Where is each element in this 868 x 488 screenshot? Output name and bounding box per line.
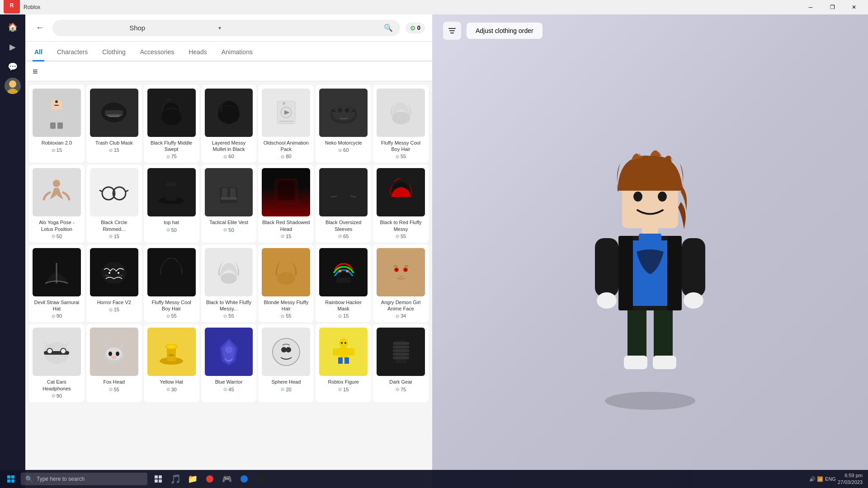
item-card-blackfluffy[interactable]: Black Fluffy Middle Swept ⊙ 75 xyxy=(144,85,199,163)
restore-button[interactable]: ❐ xyxy=(822,0,843,14)
sidebar-item-play[interactable]: ▶ xyxy=(4,38,22,56)
svg-point-48 xyxy=(221,273,237,284)
item-thumb xyxy=(147,168,196,216)
tab-heads[interactable]: Heads xyxy=(187,44,208,61)
start-button[interactable] xyxy=(2,471,20,487)
taskbar-search-text: Type here to search xyxy=(37,476,85,482)
taskbar-search-box[interactable]: 🔍 Type here to search xyxy=(21,473,147,485)
svg-rect-102 xyxy=(595,238,618,297)
price-icon: ⊙ xyxy=(52,314,55,319)
item-card-dark[interactable]: Dark Gear ⊙ 75 xyxy=(373,324,429,402)
item-card-sphere[interactable]: Sphere Head ⊙ 20 xyxy=(258,324,314,402)
item-name: Black Fluffy Middle Swept xyxy=(147,140,196,153)
svg-point-78 xyxy=(286,347,291,352)
minimize-button[interactable]: ─ xyxy=(800,0,821,14)
taskbar-app-taskview[interactable] xyxy=(150,471,166,487)
tab-animations[interactable]: Animations xyxy=(220,44,255,61)
tab-clothing[interactable]: Clothing xyxy=(100,44,127,61)
avatar-filter-button[interactable] xyxy=(443,22,461,40)
taskbar-app-explorer[interactable]: 📁 xyxy=(184,471,201,487)
svg-point-71 xyxy=(167,345,176,348)
titlebar-title: Roblox xyxy=(24,4,40,10)
item-card-vest[interactable]: Tactical Elite Vest ⊙ 50 xyxy=(201,164,257,242)
svg-rect-101 xyxy=(667,236,682,310)
svg-point-65 xyxy=(108,352,112,356)
price-icon: ⊙ xyxy=(223,314,227,319)
svg-rect-116 xyxy=(159,475,162,479)
item-name: Black Red Shadowed Head xyxy=(262,219,310,232)
filter-icon[interactable]: ≡ xyxy=(33,67,38,76)
item-card-rainbow[interactable]: Rainbow Hacker Mask ⊙ 15 xyxy=(316,244,371,322)
item-card-yellow[interactable]: Yellow Hat ⊙ 30 xyxy=(144,324,199,402)
svg-rect-115 xyxy=(155,475,158,479)
back-button[interactable]: ← xyxy=(33,21,47,35)
sidebar-item-home[interactable]: 🏠 xyxy=(4,18,22,36)
taskbar-app-spotify[interactable]: 🎵 xyxy=(167,471,184,487)
svg-rect-81 xyxy=(333,348,339,356)
item-card-tophat[interactable]: top hat ⊙ 50 xyxy=(144,164,199,242)
item-card-devil[interactable]: Devil Straw Samurai Hat ⊙ 90 xyxy=(29,244,85,322)
item-price: ⊙ 20 xyxy=(281,387,291,392)
item-card-neko[interactable]: Neko Motorcycle ⊙ 60 xyxy=(316,85,371,163)
app-logo: R xyxy=(4,0,20,14)
svg-point-15 xyxy=(161,109,181,125)
item-card-fluffy-white[interactable]: Fluffy Messy Cool Boy Hair ⊙ 55 xyxy=(373,85,429,163)
tab-characters[interactable]: Characters xyxy=(55,44,90,61)
item-card-blackred-fluffy[interactable]: Black to Red Fluffy Messy ⊙ 55 xyxy=(373,164,429,242)
item-card-fox[interactable]: Fox Head ⊙ 55 xyxy=(86,324,142,402)
item-price: ⊙ 15 xyxy=(109,307,119,312)
content-area: ← Shop ▾ 🔍 ⊙ 0 All Characters Clothing A… xyxy=(25,14,868,488)
item-thumb xyxy=(147,328,196,376)
robux-count: 0 xyxy=(417,24,420,31)
avatar[interactable] xyxy=(5,78,21,94)
item-card-robloxian[interactable]: Robloxian 2.0 ⊙ 15 xyxy=(29,85,85,163)
tab-accessories[interactable]: Accessories xyxy=(138,44,176,61)
close-button[interactable]: ✕ xyxy=(844,0,864,14)
item-card-layered[interactable]: Layered Messy Mullet in Black ⊙ 60 xyxy=(201,85,257,163)
item-thumb xyxy=(205,248,253,296)
item-price: ⊙ 90 xyxy=(52,393,62,399)
item-card-figure[interactable]: Roblox Figure ⊙ 15 xyxy=(316,324,371,402)
svg-rect-94 xyxy=(627,306,646,360)
price-icon: ⊙ xyxy=(338,314,342,319)
svg-rect-84 xyxy=(344,357,349,364)
item-card-glasses[interactable]: Black Circle Rimmed... ⊙ 15 xyxy=(86,164,142,242)
item-card-blonde[interactable]: Blonde Messy Fluffy Hair ⊙ 55 xyxy=(258,244,314,322)
item-card-cat[interactable]: Cat Ears Headphones ⊙ 90 xyxy=(29,324,85,402)
search-bar[interactable]: Shop ▾ 🔍 xyxy=(52,20,400,36)
item-name: Angry Demon Girl Anime Face xyxy=(377,299,425,312)
taskbar-lang: ENG xyxy=(825,476,836,482)
price-icon: ⊙ xyxy=(396,154,399,159)
tab-all[interactable]: All xyxy=(33,44,44,61)
item-price: ⊙ 15 xyxy=(281,234,291,239)
taskbar-app-roblox[interactable] xyxy=(253,471,269,487)
taskbar-app-game[interactable]: 🎮 xyxy=(219,471,235,487)
svg-rect-88 xyxy=(393,342,409,345)
item-card-fluffy-black[interactable]: Fluffy Messy Cool Boy Hair ⊙ 55 xyxy=(144,244,199,322)
item-card-oversized[interactable]: Black Oversized Sleeves ⊙ 65 xyxy=(316,164,371,242)
svg-point-35 xyxy=(166,182,177,187)
svg-point-49 xyxy=(277,272,295,285)
svg-point-47 xyxy=(118,272,119,274)
item-card-demon[interactable]: Angry Demon Girl Anime Face ⊙ 34 xyxy=(373,244,429,322)
item-card-horror[interactable]: Horror Face V2 ⊙ 15 xyxy=(86,244,142,322)
item-card-blackred-head[interactable]: Black Red Shadowed Head ⊙ 15 xyxy=(258,164,314,242)
svg-rect-20 xyxy=(279,121,293,122)
price-icon: ⊙ xyxy=(281,154,284,159)
shop-dropdown-icon: ▾ xyxy=(218,25,221,31)
svg-point-79 xyxy=(339,338,348,347)
item-card-blue[interactable]: Blue Warrior ⊙ 45 xyxy=(201,324,257,402)
taskbar-app-blue[interactable] xyxy=(236,471,252,487)
price-icon: ⊙ xyxy=(166,314,170,319)
item-card-animation[interactable]: Oldschool Animation Pack ⊙ 80 xyxy=(258,85,314,163)
item-thumb xyxy=(90,248,138,296)
item-card-mask[interactable]: Trash Club Mask ⊙ 15 xyxy=(86,85,142,163)
taskbar-app-red[interactable] xyxy=(202,471,218,487)
item-thumb xyxy=(319,168,368,216)
sidebar-item-chat[interactable]: 💬 xyxy=(4,58,22,76)
item-thumb xyxy=(90,328,138,376)
item-card-yoga[interactable]: Alo Yoga Pose - Lotus Position ⊙ 50 xyxy=(29,164,85,242)
adjust-clothing-order-button[interactable]: Adjust clothing order xyxy=(467,23,542,39)
item-card-white-fluffy[interactable]: Black to White Fluffy Messy... ⊙ 55 xyxy=(201,244,257,322)
svg-rect-117 xyxy=(155,479,158,483)
